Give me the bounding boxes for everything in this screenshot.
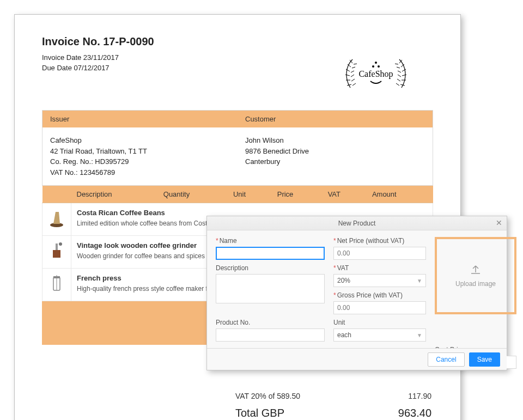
- col-price: Price: [272, 186, 323, 203]
- issuer-block: CafeShop 42 Trial Road, Trialtown, T1 TT…: [42, 127, 238, 185]
- customer-block: John Wilson 9876 Benedict Drive Canterbu…: [238, 127, 433, 185]
- name-label: *Name: [216, 237, 325, 245]
- svg-point-0: [375, 62, 377, 64]
- upload-image-dropzone[interactable]: Upload image: [435, 237, 516, 314]
- productno-label: Product No.: [216, 319, 325, 326]
- modal-header: New Product ✕: [207, 216, 507, 230]
- product-thumb-icon: [48, 209, 65, 228]
- upload-icon: [469, 264, 482, 277]
- close-icon[interactable]: ✕: [496, 218, 502, 227]
- name-input[interactable]: [216, 247, 325, 260]
- product-thumb-icon: [48, 241, 65, 261]
- net-price-label: *Net Price (without VAT): [333, 237, 426, 245]
- chevron-down-icon: ▼: [417, 332, 422, 338]
- description-label: Description: [216, 264, 325, 272]
- save-button[interactable]: Save: [469, 352, 500, 367]
- productno-input[interactable]: [216, 328, 325, 342]
- product-thumb-icon: [48, 274, 65, 294]
- col-unit: Unit: [228, 186, 272, 203]
- vat-label: *VAT: [333, 264, 426, 272]
- svg-point-2: [378, 65, 380, 68]
- svg-text:CafeShop: CafeShop: [358, 69, 393, 79]
- gross-price-label: *Gross Price (with VAT): [333, 291, 426, 299]
- vat-select[interactable]: 20%▼: [333, 274, 426, 287]
- col-description: Description: [71, 186, 158, 203]
- totals-block: VAT 20% of 589.50 117.90 Total GBP 963.4…: [235, 389, 431, 419]
- svg-point-1: [372, 65, 374, 68]
- cancel-button[interactable]: Cancel: [428, 352, 464, 367]
- svg-rect-5: [53, 250, 60, 258]
- svg-rect-6: [56, 244, 58, 250]
- vat-line-value: 117.90: [408, 392, 431, 400]
- modal-title: New Product: [338, 220, 376, 227]
- total-label: Total GBP: [235, 407, 284, 419]
- net-price-input[interactable]: [333, 247, 426, 260]
- col-amount: Amount: [367, 186, 433, 203]
- parties-table: Issuer Customer CafeShop 42 Trial Road, …: [42, 110, 433, 186]
- unit-select[interactable]: each▼: [333, 328, 426, 342]
- vat-line-label: VAT 20% of 589.50: [235, 392, 300, 400]
- col-quantity: Quantity: [158, 186, 228, 203]
- description-input[interactable]: [216, 274, 325, 303]
- total-value: 963.40: [398, 407, 431, 419]
- customer-header: Customer: [238, 111, 433, 127]
- col-vat: VAT: [323, 186, 367, 203]
- brand-logo: CafeShop: [340, 53, 411, 93]
- invoice-title: Invoice No. 17-P-0090: [42, 35, 433, 48]
- chevron-down-icon: ▼: [417, 278, 422, 284]
- modal-footer: Cancel Save: [207, 348, 507, 370]
- svg-point-7: [59, 242, 62, 246]
- gross-price-input[interactable]: [333, 301, 426, 314]
- issuer-header: Issuer: [42, 111, 238, 127]
- new-product-modal: New Product ✕ *Name *Net Price (without …: [206, 216, 507, 370]
- unit-label: Unit: [333, 319, 426, 326]
- upload-label: Upload image: [455, 280, 496, 288]
